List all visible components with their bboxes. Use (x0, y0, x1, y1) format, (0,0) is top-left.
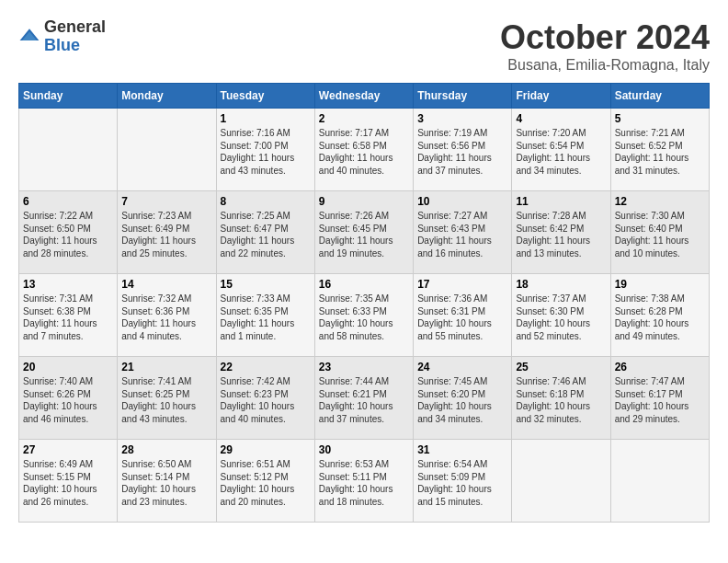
header-day: Sunday (19, 84, 118, 109)
calendar-cell: 6Sunrise: 7:22 AMSunset: 6:50 PMDaylight… (19, 191, 118, 274)
calendar-cell: 1Sunrise: 7:16 AMSunset: 7:00 PMDaylight… (216, 109, 314, 191)
day-info: Sunrise: 6:49 AMSunset: 5:15 PMDaylight:… (23, 458, 113, 508)
day-number: 8 (221, 195, 311, 208)
day-info: Sunrise: 7:32 AMSunset: 6:36 PMDaylight:… (121, 293, 211, 342)
calendar-cell: 27Sunrise: 6:49 AMSunset: 5:15 PMDayligh… (19, 440, 118, 523)
day-number: 19 (615, 278, 705, 291)
calendar-cell: 18Sunrise: 7:37 AMSunset: 6:30 PMDayligh… (512, 274, 610, 357)
calendar-cell (118, 109, 216, 191)
day-info: Sunrise: 7:45 AMSunset: 6:20 PMDaylight:… (417, 375, 507, 425)
day-number: 16 (319, 278, 409, 291)
day-info: Sunrise: 7:25 AMSunset: 6:47 PMDaylight:… (221, 210, 311, 259)
title-section: October 2024 Busana, Emilia-Romagna, Ita… (500, 18, 710, 74)
day-number: 15 (221, 278, 311, 291)
day-info: Sunrise: 7:41 AMSunset: 6:25 PMDaylight:… (121, 375, 211, 425)
day-info: Sunrise: 7:26 AMSunset: 6:45 PMDaylight:… (319, 210, 409, 259)
day-number: 4 (516, 112, 606, 125)
calendar-table: SundayMondayTuesdayWednesdayThursdayFrid… (18, 83, 710, 523)
day-info: Sunrise: 6:53 AMSunset: 5:11 PMDaylight:… (319, 458, 409, 508)
calendar-cell: 20Sunrise: 7:40 AMSunset: 6:26 PMDayligh… (19, 357, 118, 440)
logo: General Blue (18, 18, 106, 55)
day-number: 24 (417, 361, 507, 373)
calendar-cell: 13Sunrise: 7:31 AMSunset: 6:38 PMDayligh… (19, 274, 118, 357)
calendar-cell: 16Sunrise: 7:35 AMSunset: 6:33 PMDayligh… (314, 274, 413, 357)
header-row: SundayMondayTuesdayWednesdayThursdayFrid… (19, 84, 710, 109)
calendar-week-row: 6Sunrise: 7:22 AMSunset: 6:50 PMDaylight… (19, 191, 710, 274)
header-day: Wednesday (314, 84, 413, 109)
day-info: Sunrise: 7:21 AMSunset: 6:52 PMDaylight:… (615, 127, 705, 177)
day-info: Sunrise: 7:44 AMSunset: 6:21 PMDaylight:… (319, 375, 409, 425)
day-number: 22 (221, 361, 311, 373)
calendar-cell: 3Sunrise: 7:19 AMSunset: 6:56 PMDaylight… (414, 109, 512, 191)
header-day: Tuesday (216, 84, 314, 109)
day-info: Sunrise: 7:40 AMSunset: 6:26 PMDaylight:… (23, 375, 113, 425)
day-number: 23 (319, 361, 409, 373)
day-info: Sunrise: 7:31 AMSunset: 6:38 PMDaylight:… (23, 293, 113, 342)
day-number: 30 (319, 443, 409, 456)
day-number: 18 (516, 278, 606, 291)
calendar-cell (610, 440, 709, 523)
day-number: 25 (516, 361, 606, 373)
logo-blue: Blue (44, 37, 106, 55)
calendar-cell: 25Sunrise: 7:46 AMSunset: 6:18 PMDayligh… (512, 357, 610, 440)
calendar-cell: 8Sunrise: 7:25 AMSunset: 6:47 PMDaylight… (216, 191, 314, 274)
calendar-cell: 10Sunrise: 7:27 AMSunset: 6:43 PMDayligh… (414, 191, 512, 274)
day-number: 11 (516, 195, 606, 208)
calendar-cell: 22Sunrise: 7:42 AMSunset: 6:23 PMDayligh… (216, 357, 314, 440)
calendar-cell (19, 109, 118, 191)
calendar-cell: 26Sunrise: 7:47 AMSunset: 6:17 PMDayligh… (610, 357, 709, 440)
calendar-cell: 14Sunrise: 7:32 AMSunset: 6:36 PMDayligh… (118, 274, 216, 357)
day-number: 31 (417, 443, 507, 456)
calendar-cell: 17Sunrise: 7:36 AMSunset: 6:31 PMDayligh… (414, 274, 512, 357)
calendar-cell: 24Sunrise: 7:45 AMSunset: 6:20 PMDayligh… (414, 357, 512, 440)
location-title: Busana, Emilia-Romagna, Italy (500, 57, 710, 74)
day-number: 17 (417, 278, 507, 291)
calendar-week-row: 20Sunrise: 7:40 AMSunset: 6:26 PMDayligh… (19, 357, 710, 440)
calendar-week-row: 27Sunrise: 6:49 AMSunset: 5:15 PMDayligh… (19, 440, 710, 523)
calendar-cell: 7Sunrise: 7:23 AMSunset: 6:49 PMDaylight… (118, 191, 216, 274)
day-info: Sunrise: 7:36 AMSunset: 6:31 PMDaylight:… (417, 293, 507, 342)
day-info: Sunrise: 7:19 AMSunset: 6:56 PMDaylight:… (417, 127, 507, 177)
day-number: 3 (417, 112, 507, 125)
day-number: 14 (121, 278, 211, 291)
calendar-cell: 23Sunrise: 7:44 AMSunset: 6:21 PMDayligh… (314, 357, 413, 440)
day-info: Sunrise: 7:16 AMSunset: 7:00 PMDaylight:… (221, 127, 311, 177)
logo-general: General (44, 18, 106, 37)
logo-text: General Blue (44, 18, 106, 55)
calendar-cell: 9Sunrise: 7:26 AMSunset: 6:45 PMDaylight… (314, 191, 413, 274)
day-info: Sunrise: 7:38 AMSunset: 6:28 PMDaylight:… (615, 293, 705, 342)
day-info: Sunrise: 7:20 AMSunset: 6:54 PMDaylight:… (516, 127, 606, 177)
day-number: 29 (221, 443, 311, 456)
calendar-cell: 15Sunrise: 7:33 AMSunset: 6:35 PMDayligh… (216, 274, 314, 357)
day-info: Sunrise: 7:22 AMSunset: 6:50 PMDaylight:… (23, 210, 113, 259)
month-title: October 2024 (500, 18, 710, 57)
day-info: Sunrise: 7:23 AMSunset: 6:49 PMDaylight:… (121, 210, 211, 259)
day-info: Sunrise: 7:46 AMSunset: 6:18 PMDaylight:… (516, 375, 606, 425)
day-info: Sunrise: 6:51 AMSunset: 5:12 PMDaylight:… (221, 458, 311, 508)
day-number: 28 (121, 443, 211, 456)
header-day: Thursday (414, 84, 512, 109)
calendar-cell: 29Sunrise: 6:51 AMSunset: 5:12 PMDayligh… (216, 440, 314, 523)
day-info: Sunrise: 7:35 AMSunset: 6:33 PMDaylight:… (319, 293, 409, 342)
calendar-cell: 31Sunrise: 6:54 AMSunset: 5:09 PMDayligh… (414, 440, 512, 523)
day-number: 27 (23, 443, 113, 456)
header: General Blue October 2024 Busana, Emilia… (18, 18, 710, 74)
day-number: 5 (615, 112, 705, 125)
header-day: Friday (512, 84, 610, 109)
day-info: Sunrise: 7:27 AMSunset: 6:43 PMDaylight:… (417, 210, 507, 259)
calendar-cell: 19Sunrise: 7:38 AMSunset: 6:28 PMDayligh… (610, 274, 709, 357)
day-number: 21 (121, 361, 211, 373)
calendar-cell: 4Sunrise: 7:20 AMSunset: 6:54 PMDaylight… (512, 109, 610, 191)
calendar-cell: 11Sunrise: 7:28 AMSunset: 6:42 PMDayligh… (512, 191, 610, 274)
calendar-cell: 5Sunrise: 7:21 AMSunset: 6:52 PMDaylight… (610, 109, 709, 191)
day-number: 1 (221, 112, 311, 125)
day-number: 13 (23, 278, 113, 291)
calendar-cell: 21Sunrise: 7:41 AMSunset: 6:25 PMDayligh… (118, 357, 216, 440)
day-info: Sunrise: 7:37 AMSunset: 6:30 PMDaylight:… (516, 293, 606, 342)
header-day: Monday (118, 84, 216, 109)
day-info: Sunrise: 7:33 AMSunset: 6:35 PMDaylight:… (221, 293, 311, 342)
day-info: Sunrise: 7:47 AMSunset: 6:17 PMDaylight:… (615, 375, 705, 425)
day-info: Sunrise: 7:42 AMSunset: 6:23 PMDaylight:… (221, 375, 311, 425)
day-number: 26 (615, 361, 705, 373)
day-number: 7 (121, 195, 211, 208)
